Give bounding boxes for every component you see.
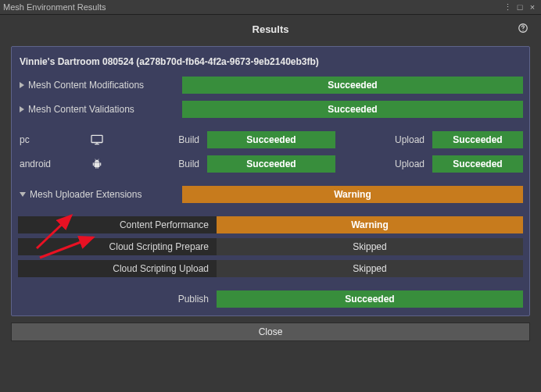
row-content-performance[interactable]: Content Performance Warning xyxy=(18,216,523,233)
build-label: Build xyxy=(116,131,207,148)
status-badge: Warning xyxy=(182,186,523,203)
status-badge: Succeeded xyxy=(217,290,523,308)
content-area: Results Vinnie's Dartroom 080524 (a278b7… xyxy=(0,15,541,341)
row-label: Cloud Scripting Upload xyxy=(18,260,217,277)
results-panel: Vinnie's Dartroom 080524 (a278b70d-fb64-… xyxy=(11,46,530,316)
row-mesh-content-validations[interactable]: Mesh Content Validations Succeeded xyxy=(18,101,523,118)
row-label: Mesh Content Validations xyxy=(28,104,134,115)
row-label: Mesh Content Modifications xyxy=(28,80,144,91)
row-platform-android: android Build Succeeded Upload Succeeded xyxy=(18,155,523,173)
status-badge: Warning xyxy=(217,216,523,233)
row-label: Publish xyxy=(18,290,217,308)
svg-rect-5 xyxy=(93,162,94,166)
platform-name: pc xyxy=(18,131,90,148)
status-badge: Succeeded xyxy=(432,131,523,148)
close-button[interactable]: Close xyxy=(11,323,530,341)
svg-line-7 xyxy=(95,159,96,160)
row-platform-pc: pc Build Succeeded Upload Succeeded xyxy=(18,131,523,148)
platform-name: android xyxy=(18,155,90,173)
row-mesh-content-modifications[interactable]: Mesh Content Modifications Succeeded xyxy=(18,77,523,94)
expand-icon[interactable] xyxy=(20,82,24,88)
header-row: Results xyxy=(0,15,541,43)
window-titlebar: Mesh Environment Results ⋮ □ × xyxy=(0,0,541,15)
svg-point-1 xyxy=(522,30,523,30)
status-badge: Succeeded xyxy=(207,155,335,173)
status-badge: Skipped xyxy=(217,238,523,255)
status-badge: Succeeded xyxy=(182,77,523,94)
menu-icon[interactable]: ⋮ xyxy=(502,2,513,12)
status-badge: Succeeded xyxy=(207,131,335,148)
row-label: Content Performance xyxy=(18,216,217,233)
maximize-icon[interactable]: □ xyxy=(514,2,525,12)
page-title: Results xyxy=(253,23,289,35)
svg-rect-6 xyxy=(100,162,101,166)
svg-line-8 xyxy=(98,159,99,160)
window-title: Mesh Environment Results xyxy=(3,2,106,12)
row-mesh-uploader-extensions[interactable]: Mesh Uploader Extensions Warning xyxy=(18,186,523,203)
build-label: Build xyxy=(116,155,207,173)
close-window-icon[interactable]: × xyxy=(527,2,538,12)
status-badge: Succeeded xyxy=(432,155,523,173)
row-cloud-scripting-upload[interactable]: Cloud Scripting Upload Skipped xyxy=(18,260,523,277)
desktop-icon xyxy=(90,131,116,148)
status-badge: Skipped xyxy=(217,260,523,277)
upload-label: Upload xyxy=(342,131,432,148)
expand-icon[interactable] xyxy=(20,106,24,112)
row-cloud-scripting-prepare[interactable]: Cloud Scripting Prepare Skipped xyxy=(18,238,523,255)
status-badge: Succeeded xyxy=(182,101,523,118)
row-label: Mesh Uploader Extensions xyxy=(30,189,142,200)
row-label: Cloud Scripting Prepare xyxy=(18,238,217,255)
help-icon[interactable] xyxy=(518,23,528,36)
android-icon xyxy=(90,155,116,173)
upload-label: Upload xyxy=(342,155,432,173)
panel-title: Vinnie's Dartroom 080524 (a278b70d-fb64-… xyxy=(18,55,523,77)
svg-rect-2 xyxy=(91,135,102,142)
collapse-icon[interactable] xyxy=(20,192,26,197)
row-publish: Publish Succeeded xyxy=(18,290,523,308)
